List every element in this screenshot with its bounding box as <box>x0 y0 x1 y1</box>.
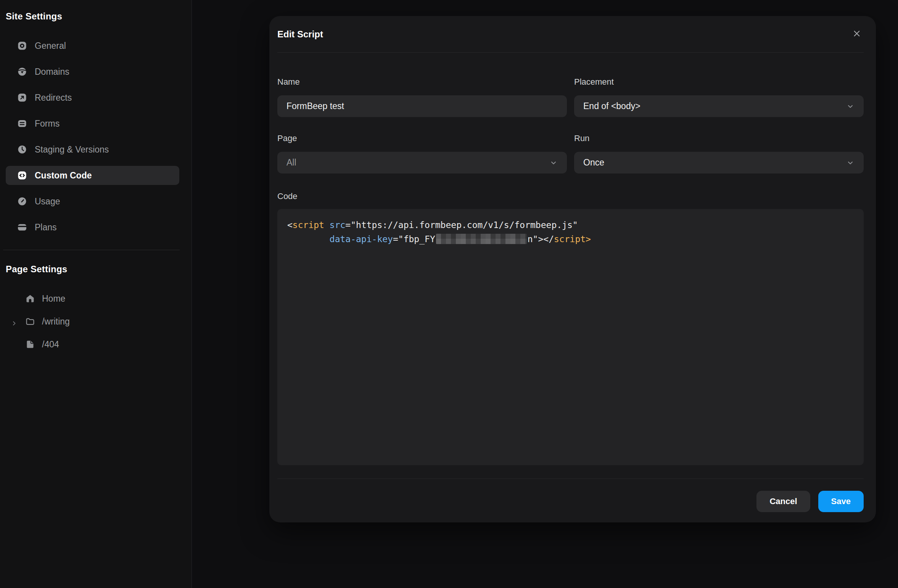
code-editor[interactable]: <script src="https://api.formbeep.com/v1… <box>277 209 864 465</box>
run-field-group: Run Once <box>574 133 864 174</box>
chevron-down-icon <box>846 102 855 111</box>
redirect-icon <box>17 93 27 103</box>
placement-field-group: Placement End of <body> <box>574 77 864 117</box>
sidebar-item-label: Forms <box>35 119 60 129</box>
clock-icon <box>17 145 27 154</box>
sidebar-item-label: Redirects <box>35 93 72 103</box>
folder-icon <box>25 316 35 326</box>
sidebar-item-redirects[interactable]: Redirects <box>6 88 179 107</box>
close-button[interactable] <box>850 27 864 41</box>
save-button[interactable]: Save <box>818 491 864 512</box>
placement-value: End of <body> <box>583 101 846 111</box>
modal-header: Edit Script <box>277 16 864 53</box>
sidebar-item-label: Domains <box>35 67 69 77</box>
sidebar-item-usage[interactable]: Usage <box>6 192 179 211</box>
site-settings-nav: General Domains Redirects Forms Staging … <box>6 36 179 237</box>
name-field-group: Name <box>277 77 567 117</box>
globe-icon <box>17 67 27 77</box>
page-label: Page <box>277 133 567 143</box>
footer-divider <box>277 479 864 479</box>
sidebar-item-plans[interactable]: Plans <box>6 218 179 237</box>
sidebar-item-label: Custom Code <box>35 170 92 181</box>
forms-icon <box>17 119 27 129</box>
file-icon <box>25 339 35 349</box>
redacted-api-key <box>436 234 527 244</box>
chevron-down-icon <box>846 159 855 167</box>
name-label: Name <box>277 77 567 87</box>
page-value: All <box>286 157 549 168</box>
sidebar-item-forms[interactable]: Forms <box>6 114 179 133</box>
sidebar-divider <box>3 250 180 250</box>
page-field-group: Page All <box>277 133 567 174</box>
modal-footer: Cancel Save <box>277 491 864 512</box>
cancel-button[interactable]: Cancel <box>756 491 810 512</box>
code-line-2: data-api-key="fbp_FYn"></script> <box>287 232 854 246</box>
page-settings-nav: Home /writing /404 <box>6 289 179 354</box>
gauge-icon <box>17 196 27 206</box>
sidebar-item-home[interactable]: Home <box>6 289 179 308</box>
general-icon <box>17 41 27 51</box>
code-icon <box>17 170 27 180</box>
chevron-right-icon[interactable] <box>11 318 17 325</box>
placement-select[interactable]: End of <body> <box>574 95 864 117</box>
page-select[interactable]: All <box>277 152 567 174</box>
sidebar-item-label: /404 <box>42 339 59 350</box>
sidebar-item-label: Staging & Versions <box>35 145 109 155</box>
sidebar-item-staging-versions[interactable]: Staging & Versions <box>6 140 179 159</box>
close-icon <box>852 29 862 40</box>
sidebar-item-label: General <box>35 41 66 51</box>
code-line-1: <script src="https://api.formbeep.com/v1… <box>287 218 854 232</box>
sidebar-item-label: Home <box>42 294 65 304</box>
page-settings-title: Page Settings <box>6 264 67 275</box>
run-label: Run <box>574 133 864 143</box>
home-icon <box>25 294 35 304</box>
modal-body: Name Placement End of <body> Page All <box>269 53 876 512</box>
run-value: Once <box>583 157 846 168</box>
sidebar-item-label: /writing <box>42 316 70 327</box>
sidebar-item-label: Plans <box>35 222 57 233</box>
sidebar-item-domains[interactable]: Domains <box>6 62 179 81</box>
sidebar-item-404[interactable]: /404 <box>6 335 179 354</box>
sidebar-item-writing[interactable]: /writing <box>6 312 179 331</box>
sidebar-item-label: Usage <box>35 196 60 207</box>
sidebar-item-custom-code[interactable]: Custom Code <box>6 166 179 185</box>
run-select[interactable]: Once <box>574 152 864 174</box>
name-input[interactable] <box>277 95 567 117</box>
site-settings-title: Site Settings <box>6 11 62 22</box>
sidebar: Site Settings General Domains Redirects … <box>0 0 192 588</box>
chevron-down-icon <box>549 159 558 167</box>
code-label: Code <box>277 191 864 201</box>
form-grid: Name Placement End of <body> Page All <box>277 77 864 174</box>
card-icon <box>17 222 27 232</box>
modal-title: Edit Script <box>277 29 323 40</box>
edit-script-modal: Edit Script Name Placement End of <body> <box>269 16 876 522</box>
sidebar-item-general[interactable]: General <box>6 36 179 55</box>
placement-label: Placement <box>574 77 864 87</box>
